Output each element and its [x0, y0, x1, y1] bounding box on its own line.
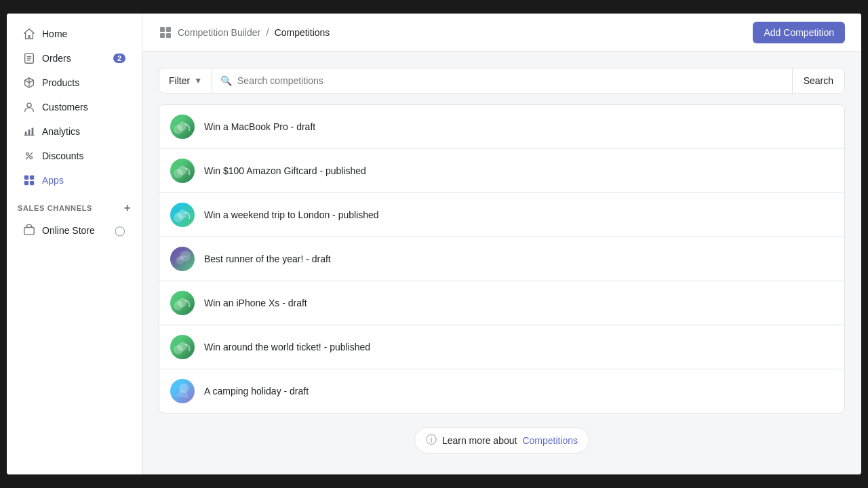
sidebar-customers-label: Customers	[42, 102, 88, 113]
svg-rect-7	[24, 176, 28, 180]
footer-learn-more: ⓘ Learn more about Competitions	[159, 427, 845, 453]
add-competition-button[interactable]: Add Competition	[753, 22, 845, 43]
analytics-icon	[23, 125, 35, 138]
learn-more-button[interactable]: ⓘ Learn more about Competitions	[414, 427, 589, 453]
competition-title: Win a weekend trip to London - published	[204, 209, 379, 220]
sidebar-apps-label: Apps	[42, 175, 64, 186]
page-header: Competition Builder / Competitions Add C…	[142, 14, 861, 52]
filter-bar: Filter ▼ 🔍 Search	[159, 68, 845, 94]
search-input[interactable]	[237, 75, 784, 86]
customers-icon	[23, 101, 35, 113]
svg-point-6	[30, 157, 33, 159]
svg-point-5	[26, 153, 29, 156]
competition-avatar	[170, 115, 195, 139]
competition-avatar	[170, 379, 195, 403]
svg-rect-10	[30, 181, 34, 185]
breadcrumb-current: Competitions	[275, 27, 330, 38]
sidebar-item-apps[interactable]: Apps	[12, 169, 136, 192]
competition-item-6[interactable]: Win around the world ticket! - published	[159, 325, 844, 369]
competition-title: Win a MacBook Pro - draft	[204, 121, 315, 132]
help-icon: ⓘ	[426, 433, 437, 447]
sidebar-analytics-label: Analytics	[42, 126, 80, 137]
competition-avatar	[170, 335, 195, 359]
competition-title: Win around the world ticket! - published	[204, 342, 370, 352]
filter-button[interactable]: Filter ▼	[159, 68, 212, 93]
svg-rect-11	[24, 228, 34, 235]
sidebar-item-discounts[interactable]: Discounts	[12, 144, 136, 167]
sidebar-item-online-store[interactable]: Online Store ◯	[12, 219, 136, 242]
filter-chevron-icon: ▼	[194, 76, 202, 85]
sales-channels-section: SALES CHANNELS +	[7, 192, 142, 218]
main-content: Competition Builder / Competitions Add C…	[142, 14, 861, 474]
products-icon	[23, 77, 35, 89]
competition-avatar	[170, 247, 195, 271]
online-store-settings-icon[interactable]: ◯	[115, 225, 125, 236]
sidebar-item-home[interactable]: Home	[12, 22, 136, 45]
competition-avatar	[170, 291, 195, 315]
sidebar-discounts-label: Discounts	[42, 150, 83, 161]
competition-title: Win $100 Amazon Giftcard - published	[204, 165, 366, 176]
sidebar: Home Orders 2 Products	[7, 14, 142, 474]
search-button[interactable]: Search	[792, 68, 844, 93]
orders-badge: 2	[113, 54, 125, 63]
online-store-icon	[23, 224, 35, 237]
online-store-label: Online Store	[42, 225, 95, 236]
svg-rect-4	[32, 128, 34, 136]
competition-item-2[interactable]: Win $100 Amazon Giftcard - published	[159, 149, 844, 193]
svg-rect-14	[160, 33, 165, 38]
search-icon: 🔍	[220, 75, 232, 86]
search-wrapper: 🔍	[212, 75, 792, 86]
sidebar-item-orders[interactable]: Orders 2	[12, 47, 136, 70]
sidebar-item-customers[interactable]: Customers	[12, 96, 136, 119]
breadcrumb-separator: /	[266, 26, 269, 39]
svg-rect-12	[160, 27, 165, 32]
svg-point-1	[27, 103, 31, 107]
svg-point-24	[176, 256, 184, 264]
competition-item-7[interactable]: A camping holiday - draft	[159, 369, 844, 413]
breadcrumb-parent[interactable]: Competition Builder	[178, 27, 260, 38]
learn-more-prefix: Learn more about	[442, 435, 517, 446]
svg-rect-3	[28, 129, 31, 135]
orders-icon	[23, 52, 35, 64]
discounts-icon	[23, 150, 35, 162]
competitions-link[interactable]: Competitions	[522, 435, 578, 446]
svg-rect-8	[30, 176, 34, 180]
sidebar-item-analytics[interactable]: Analytics	[12, 120, 136, 143]
sales-channels-label: SALES CHANNELS	[18, 204, 92, 212]
svg-rect-13	[166, 27, 171, 32]
add-channel-icon[interactable]: +	[124, 202, 131, 214]
competition-list: Win a MacBook Pro - draft Win $100 Amazo…	[159, 104, 845, 413]
competition-title: Best runner of the year! - draft	[204, 253, 331, 264]
competition-avatar	[170, 159, 195, 183]
competition-avatar	[170, 203, 195, 227]
sidebar-products-label: Products	[42, 77, 79, 88]
svg-rect-9	[24, 181, 28, 185]
competition-item-5[interactable]: Win an iPhone Xs - draft	[159, 281, 844, 325]
sidebar-home-label: Home	[42, 28, 67, 39]
sidebar-item-products[interactable]: Products	[12, 71, 136, 94]
apps-icon	[23, 174, 35, 186]
filter-label: Filter	[169, 75, 190, 86]
competition-builder-icon	[159, 26, 172, 39]
svg-rect-2	[25, 131, 27, 135]
breadcrumb: Competition Builder / Competitions	[159, 26, 330, 39]
competition-item-4[interactable]: Best runner of the year! - draft	[159, 237, 844, 281]
competition-item-1[interactable]: Win a MacBook Pro - draft	[159, 105, 844, 149]
competition-item-3[interactable]: Win a weekend trip to London - published	[159, 193, 844, 237]
home-icon	[23, 28, 35, 40]
page-content: Filter ▼ 🔍 Search Win a MacBook Pro - dr…	[142, 52, 861, 474]
competition-title: A camping holiday - draft	[204, 386, 309, 396]
competition-title: Win an iPhone Xs - draft	[204, 298, 307, 308]
sidebar-orders-label: Orders	[42, 53, 71, 64]
svg-rect-15	[166, 33, 171, 38]
